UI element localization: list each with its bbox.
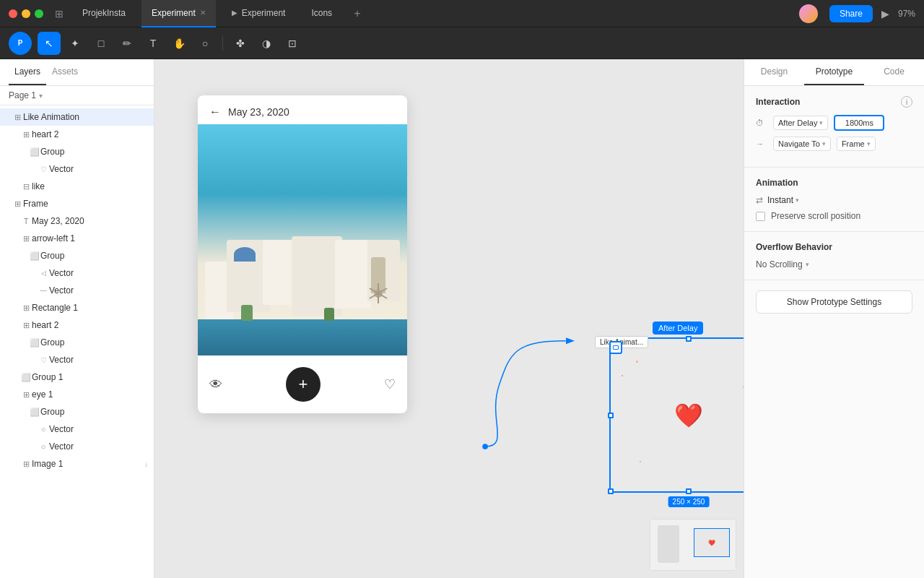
sparkle-1: [636, 361, 638, 363]
design-tab[interactable]: Design: [744, 59, 804, 85]
animation-type-dropdown[interactable]: Instant ▾: [767, 195, 799, 205]
layer-label-vector1: Vector: [49, 164, 148, 174]
scrolling-dropdown[interactable]: No Scrolling ▾: [756, 259, 912, 269]
action-dropdown[interactable]: Navigate To ▾: [773, 137, 831, 151]
tree-1: [241, 305, 253, 321]
prototype-tab[interactable]: Prototype: [804, 59, 864, 85]
fullscreen-button[interactable]: [35, 9, 43, 18]
shape-tool[interactable]: □: [90, 32, 113, 55]
preserve-scroll-checkbox[interactable]: [756, 212, 765, 221]
layer-item-vector6[interactable]: ○ Vector: [0, 438, 154, 455]
overflow-section: Overflow Behavior No Scrolling ▾: [744, 232, 924, 280]
layer-item-group1b[interactable]: ⬜ Group 1: [0, 368, 154, 386]
add-button[interactable]: +: [286, 367, 321, 402]
layer-item-vector1[interactable]: ♡ Vector: [0, 160, 154, 178]
layer-item-vector3[interactable]: — Vector: [0, 282, 154, 299]
layer-item-like-animation[interactable]: ⊞ Like Animation: [0, 108, 154, 126]
layer-item-like[interactable]: ⊟ like: [0, 178, 154, 195]
text-tool[interactable]: T: [141, 32, 165, 55]
santorini-scene: [198, 124, 407, 355]
overflow-title: Overflow Behavior: [756, 242, 912, 252]
group3-icon: ⬜: [29, 250, 40, 262]
share-button[interactable]: Share: [829, 5, 873, 22]
layer-item-frame[interactable]: ⊞ Frame: [0, 195, 154, 212]
layer-item-may23[interactable]: T May 23, 2020: [0, 212, 154, 230]
layer-item-arrow-left[interactable]: ⊞ arrow-left 1: [0, 230, 154, 247]
contrast-tool[interactable]: ◑: [255, 32, 278, 55]
assets-tab[interactable]: Assets: [46, 59, 84, 85]
select-tool[interactable]: ↖: [38, 32, 61, 55]
code-tab[interactable]: Code: [864, 59, 924, 85]
clock-icon: ⏱: [756, 118, 767, 127]
tab-experiment[interactable]: Experiment ✕: [141, 0, 216, 27]
frame-tool[interactable]: ✦: [64, 32, 87, 55]
component-tool[interactable]: ✤: [229, 32, 252, 55]
layer-item-vector5[interactable]: ○ Vector: [0, 420, 154, 438]
tab-icons[interactable]: Icons: [301, 0, 342, 27]
layer-item-vector4[interactable]: ♡ Vector: [0, 351, 154, 368]
frame2-icon: ⊞: [12, 198, 23, 210]
group2-icon: ⬜: [29, 146, 40, 158]
heart-footer-icon[interactable]: ♡: [384, 376, 396, 392]
scrolling-label: No Scrolling: [756, 259, 803, 269]
back-arrow-icon[interactable]: ←: [209, 105, 221, 118]
minimap: ❤️: [650, 519, 736, 571]
page-selector[interactable]: Page 1 ▾: [0, 86, 154, 105]
hand-tool[interactable]: ✋: [167, 32, 191, 55]
phone-header: ← May 23, 2020: [198, 95, 407, 124]
tab-prototype-link[interactable]: ▶ Experiment: [222, 0, 296, 27]
layer-label-group2: Group: [40, 251, 148, 261]
tab-projekinsta[interactable]: ProjekInsta: [72, 0, 136, 27]
arrow-right-icon: →: [756, 139, 767, 148]
canvas[interactable]: ← May 23, 2020: [154, 59, 744, 578]
layer-label-image1: Image 1: [32, 459, 144, 469]
avatar[interactable]: [799, 4, 818, 23]
interaction-info-icon[interactable]: i: [901, 96, 912, 108]
toolbar: P ↖ ✦ □ ✏ T ✋ ○ ✤ ◑ ⊡: [0, 27, 924, 59]
preserve-scroll-row: Preserve scroll position: [756, 211, 912, 221]
minimize-button[interactable]: [22, 9, 30, 18]
eye-footer-icon[interactable]: 👁: [209, 377, 222, 392]
add-tab-button[interactable]: +: [348, 7, 366, 20]
delay-input[interactable]: [834, 115, 884, 131]
layers-tab[interactable]: Layers: [9, 59, 46, 85]
tree-2: [324, 308, 334, 321]
layer-item-rect1[interactable]: ⊞ Rectangle 1: [0, 299, 154, 316]
close-button[interactable]: [9, 9, 17, 18]
animation-type-label: Instant: [767, 195, 793, 205]
handle-bm: [686, 488, 692, 494]
action-row: → Navigate To ▾ Frame ▾: [756, 137, 912, 151]
layer-label-vector4: Vector: [49, 355, 148, 365]
layer-item-group4[interactable]: ⬜ Group: [0, 403, 154, 420]
layer-label-rect1: Rectangle 1: [32, 303, 148, 313]
layer-item-group1[interactable]: ⬜ Group: [0, 143, 154, 160]
zoom-level: 97%: [898, 9, 915, 19]
layer-item-vector2[interactable]: ◁ Vector: [0, 264, 154, 282]
tab-close-icon[interactable]: ✕: [200, 9, 206, 17]
layer-item-group3[interactable]: ⬜ Group: [0, 334, 154, 351]
arrange-tool[interactable]: ⊡: [281, 32, 304, 55]
dome-1: [234, 247, 256, 262]
frame-dropdown[interactable]: Frame ▾: [837, 137, 876, 151]
phone-footer: 👁 + ♡: [198, 355, 407, 413]
layer-item-group2[interactable]: ⬜ Group: [0, 247, 154, 264]
comment-tool[interactable]: ○: [193, 32, 217, 55]
layer-label-like: like: [32, 181, 148, 191]
arrow-icon: ⊞: [20, 233, 32, 244]
layer-label-vector6: Vector: [49, 441, 148, 452]
trigger-dropdown[interactable]: After Delay ▾: [773, 116, 828, 130]
proto-mode-button[interactable]: P: [9, 32, 32, 55]
layer-item-heart2-bottom[interactable]: ⊞ heart 2: [0, 316, 154, 334]
show-prototype-settings-button[interactable]: Show Prototype Settings: [756, 290, 912, 314]
vector6-icon: ○: [38, 441, 49, 452]
pen-tool[interactable]: ✏: [116, 32, 139, 55]
group4-icon: ⬜: [29, 337, 40, 348]
layer-item-heart2-top[interactable]: ⊞ heart 2: [0, 126, 154, 143]
vector5-icon: ○: [38, 423, 49, 435]
tab-experiment-label: Experiment: [152, 8, 196, 18]
layer-item-eye1[interactable]: ⊞ eye 1: [0, 386, 154, 403]
trigger-chevron-icon: ▾: [819, 119, 823, 126]
right-panel-tabs: Design Prototype Code: [744, 59, 924, 86]
play-button[interactable]: ▶: [881, 8, 889, 20]
layer-item-image1[interactable]: ⊞ Image 1 ↓: [0, 455, 154, 473]
